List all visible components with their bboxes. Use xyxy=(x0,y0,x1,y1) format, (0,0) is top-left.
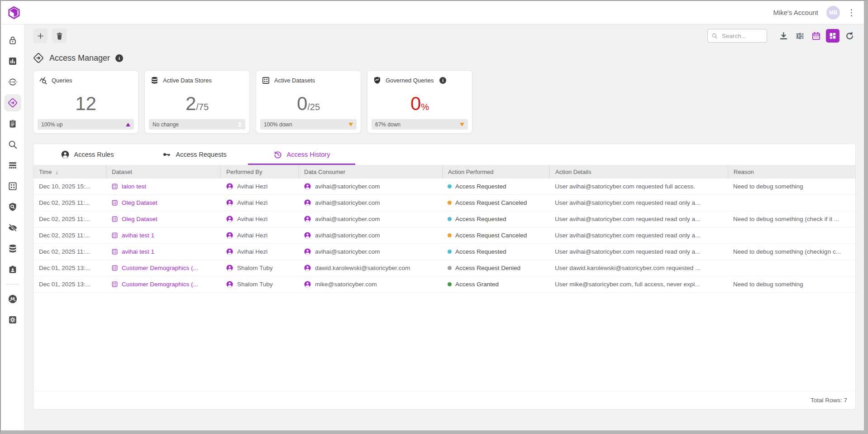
cell-data-consumer: avihai@satoricyber.com xyxy=(298,211,442,227)
column-header-performed-by[interactable]: Performed By xyxy=(220,165,298,178)
more-menu-icon[interactable]: ⋮ xyxy=(845,7,858,18)
date-range-button[interactable] xyxy=(810,29,822,42)
cell-data-consumer: avihai@satoricyber.com xyxy=(298,227,442,243)
sidebar-item-data-flows[interactable] xyxy=(4,73,21,91)
stat-cards: Queries 12 100% up Active Data Stores 2/… xyxy=(33,70,856,134)
cell-time: Dec 02, 2025 11:... xyxy=(33,211,106,227)
sidebar-item-search[interactable] xyxy=(4,136,21,153)
sidebar-item-lock[interactable] xyxy=(4,32,21,49)
table-row[interactable]: Dec 02, 2025 11:... avihai test 1 Avihai… xyxy=(33,244,855,260)
sort-desc-icon: ↓ xyxy=(55,169,58,175)
cell-dataset-link[interactable]: avihai test 1 xyxy=(106,227,220,243)
filter-settings-button[interactable] xyxy=(793,29,806,42)
tune-sliders-icon xyxy=(795,31,805,41)
sidebar-item-data-inventory[interactable] xyxy=(4,198,21,216)
cell-data-consumer: avihai@satoricyber.com xyxy=(298,244,442,260)
status-dot xyxy=(448,282,452,286)
sidebar-item-data-stores[interactable] xyxy=(4,240,21,257)
sidebar-item-reports[interactable] xyxy=(4,53,21,70)
cell-dataset-link[interactable]: Oleg Dataset xyxy=(106,195,220,211)
cell-action-performed: Access Request Denied xyxy=(442,260,549,276)
table-row[interactable]: Dec 02, 2025 11:... Oleg Dataset Avihai … xyxy=(33,211,855,227)
card-trend: 100% down xyxy=(260,119,357,130)
calendar-icon xyxy=(811,31,821,41)
card-value: 12 xyxy=(75,93,96,114)
table-row[interactable]: Dec 01, 2025 13:... Customer Demographic… xyxy=(33,260,855,276)
sidebar-item-masking[interactable] xyxy=(4,219,21,236)
user-avatar-icon xyxy=(304,280,311,288)
cell-action-performed: Access Granted xyxy=(442,276,549,292)
cell-dataset-link[interactable]: Customer Demographics (... xyxy=(106,276,220,292)
table-row[interactable]: Dec 01, 2025 13:... Customer Demographic… xyxy=(33,276,855,293)
download-button[interactable] xyxy=(777,29,790,42)
column-header-data-consumer[interactable]: Data Consumer xyxy=(298,165,442,178)
column-header-action-details[interactable]: Action Details xyxy=(549,165,728,178)
sidebar xyxy=(1,24,25,430)
cell-action-details: User avihai@satoricyber.com requested re… xyxy=(549,227,728,243)
user-avatar-icon xyxy=(226,183,234,190)
dashboard-view-button[interactable] xyxy=(826,29,839,43)
cell-performed-by: Avihai Hezi xyxy=(220,211,298,227)
datasets-grid-icon xyxy=(8,181,18,191)
dataset-grid-icon xyxy=(111,248,118,255)
search-icon xyxy=(711,33,718,39)
status-dot xyxy=(448,266,452,270)
cell-time: Dec 01, 2025 13:... xyxy=(33,260,106,276)
sidebar-item-users[interactable] xyxy=(4,261,21,278)
user-avatar-icon xyxy=(304,231,311,239)
cell-dataset-link[interactable]: avihai test 1 xyxy=(106,244,220,260)
card-value: 0 xyxy=(297,93,307,114)
info-icon[interactable]: i xyxy=(115,54,123,62)
cell-data-consumer: avihai@satoricyber.com xyxy=(298,178,442,194)
add-button[interactable] xyxy=(33,29,48,43)
tab-access-requests[interactable]: Access Requests xyxy=(141,144,248,165)
table-row[interactable]: Dec 02, 2025 11:... avihai test 1 Avihai… xyxy=(33,227,855,244)
delete-button[interactable] xyxy=(52,29,67,43)
status-dot xyxy=(448,184,452,188)
cell-dataset-link[interactable]: Customer Demographics (... xyxy=(106,260,220,276)
column-header-dataset[interactable]: Dataset xyxy=(106,165,220,178)
info-icon[interactable]: i xyxy=(439,77,446,84)
sidebar-item-datasets[interactable] xyxy=(4,178,21,195)
page-header: Access Manager i xyxy=(33,53,856,63)
cell-dataset-link[interactable]: Oleg Dataset xyxy=(106,211,220,227)
card-label: Queries xyxy=(52,77,72,84)
card-value: 0 xyxy=(410,93,421,114)
sidebar-item-audit[interactable] xyxy=(4,115,21,132)
user-avatar-icon xyxy=(304,248,311,256)
sidebar-item-query-log[interactable] xyxy=(4,157,21,174)
sidebar-item-access-manager[interactable] xyxy=(4,94,21,111)
cell-performed-by: Shalom Tuby xyxy=(220,260,298,276)
user-avatar-icon xyxy=(226,231,234,239)
tab-access-rules[interactable]: Access Rules xyxy=(33,144,141,165)
avatar[interactable]: MB xyxy=(826,6,840,19)
search-input[interactable] xyxy=(721,32,763,40)
tab-access-history[interactable]: Access History xyxy=(248,144,355,165)
sidebar-item-identities[interactable] xyxy=(4,290,21,308)
cell-time: Dec 01, 2025 13:... xyxy=(33,276,106,292)
reports-chart-icon xyxy=(8,56,18,66)
search-icon xyxy=(8,140,18,149)
query-log-rows-icon xyxy=(8,160,18,170)
satori-logo-icon[interactable] xyxy=(7,6,21,19)
dashboard-grid-icon xyxy=(829,32,837,40)
sidebar-item-settings[interactable] xyxy=(4,311,21,328)
column-header-time[interactable]: Time↓ xyxy=(33,165,106,178)
account-name[interactable]: Mike's Account xyxy=(773,9,818,16)
cell-data-consumer: mike@satoricyber.com xyxy=(298,276,442,292)
cell-dataset-link[interactable]: lalon test xyxy=(106,178,220,194)
column-header-reason[interactable]: Reason xyxy=(728,165,855,178)
card-value: 2 xyxy=(186,93,196,114)
user-avatar-icon xyxy=(226,248,234,256)
card-label: Active Data Stores xyxy=(163,77,212,84)
refresh-button[interactable] xyxy=(843,29,856,42)
table-row[interactable]: Dec 02, 2025 11:... Oleg Dataset Avihai … xyxy=(33,195,855,211)
table-row[interactable]: Dec 10, 2025 15:... lalon test Avihai He… xyxy=(33,178,855,195)
column-header-action-performed[interactable]: Action Performed xyxy=(442,165,549,178)
cell-action-performed: Access Request Canceled xyxy=(442,227,549,243)
user-avatar-icon xyxy=(304,199,311,207)
cell-time: Dec 10, 2025 15:... xyxy=(33,178,106,194)
toolbar xyxy=(33,28,856,43)
main-content: Access Manager i Queries 12 100% up Acti… xyxy=(25,24,864,430)
datasets-grid-icon xyxy=(262,76,270,85)
